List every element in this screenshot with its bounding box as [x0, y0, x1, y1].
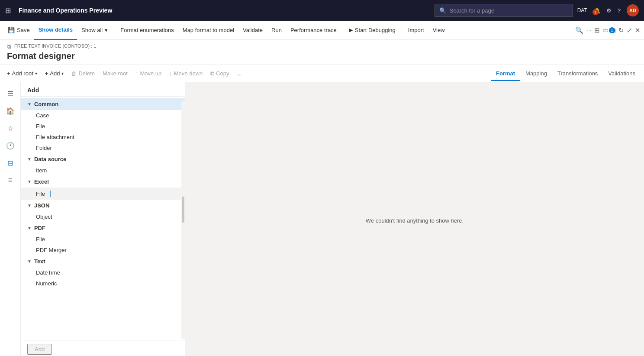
performance-trace-button[interactable]: Performance trace	[286, 21, 341, 40]
save-icon: 💾	[8, 27, 15, 33]
command-bar: 💾 Save Show details Show all ▾ Format en…	[0, 21, 644, 40]
group-text[interactable]: ▼ Text	[21, 256, 185, 267]
sidebar-menu-icon[interactable]: ☰	[3, 86, 18, 101]
scrollbar-track[interactable]	[181, 101, 185, 339]
item-file-common[interactable]: File	[21, 121, 185, 132]
notification-area: 🔔 1	[593, 7, 600, 14]
item-datasource-item[interactable]: Item	[21, 165, 185, 176]
sidebar-favorites-icon[interactable]: ☆	[3, 120, 18, 136]
add-button[interactable]: + Add ▾	[42, 67, 68, 81]
move-down-button[interactable]: ↓ Move down	[166, 67, 206, 81]
item-pdf-merger[interactable]: PDF Merger	[21, 245, 185, 256]
validate-button[interactable]: Validate	[238, 21, 267, 40]
show-details-button[interactable]: Show details	[34, 21, 77, 40]
item-pdf-file[interactable]: File	[21, 234, 185, 245]
add-footer-button[interactable]: Add	[27, 344, 52, 355]
plus-icon: +	[45, 70, 48, 77]
search-cmd-icon[interactable]: 🔍	[575, 26, 583, 34]
map-format-button[interactable]: Map format to model	[178, 21, 238, 40]
item-folder[interactable]: Folder	[21, 142, 185, 153]
play-icon: ▶	[349, 27, 353, 33]
run-button[interactable]: Run	[267, 21, 286, 40]
expand-icon[interactable]: ⤢	[627, 26, 632, 34]
group-pdf[interactable]: ▼ PDF	[21, 222, 185, 234]
right-icons: 🔍 ··· ⊞ ▭ ⧉ 1 ↻ ⤢ ✕	[575, 26, 641, 34]
delete-button[interactable]: 🗑 Delete	[68, 67, 98, 81]
app-title: Finance and Operations Preview	[19, 7, 430, 14]
tab-transformations[interactable]: Transformations	[552, 67, 603, 81]
group-json[interactable]: ▼ JSON	[21, 200, 185, 211]
more-cmd-icon[interactable]: ···	[586, 26, 592, 34]
chevron-root-icon: ▾	[35, 71, 37, 76]
scrollbar-thumb[interactable]	[182, 197, 184, 223]
trash-icon: 🗑	[71, 71, 77, 77]
toolbar: + Add root ▾ + Add ▾ 🗑 Delete Make root …	[0, 65, 644, 82]
sidebar-workspace-icon[interactable]: ⊟	[3, 155, 18, 171]
group-text-label: Text	[34, 258, 45, 265]
make-root-button[interactable]: Make root	[99, 67, 131, 81]
group-json-label: JSON	[34, 202, 49, 209]
group-common-label: Common	[34, 101, 58, 107]
group-datasource-label: Data source	[34, 156, 66, 162]
sidebar-home-icon[interactable]: 🏠	[3, 103, 18, 119]
count-badge: 1	[609, 27, 615, 33]
item-case[interactable]: Case	[21, 110, 185, 121]
panel-icon[interactable]: ▭	[602, 26, 609, 34]
save-button[interactable]: 💾 Save	[3, 21, 34, 40]
view-button[interactable]: View	[428, 21, 449, 40]
arrow-up-icon: ↑	[135, 70, 138, 77]
close-icon[interactable]: ✕	[635, 26, 641, 34]
item-excel-file[interactable]: File |	[21, 188, 185, 200]
search-bar[interactable]: 🔍 Search for a page	[435, 4, 573, 17]
dropdown-header: Add	[21, 82, 185, 97]
start-debugging-button[interactable]: ▶ Start Debugging	[345, 21, 400, 40]
format-enumerations-button[interactable]: Format enumerations	[116, 21, 178, 40]
group-common[interactable]: ▼ Common	[21, 98, 185, 110]
show-all-button[interactable]: Show all ▾	[77, 21, 112, 40]
more-button[interactable]: ...	[234, 67, 245, 81]
top-bar: ⊞ Finance and Operations Preview 🔍 Searc…	[0, 0, 644, 21]
breadcrumb: FREE TEXT INVOICE (CONTOSO) : 1	[14, 43, 96, 49]
settings-icon[interactable]: ⚙	[606, 7, 612, 14]
add-root-button[interactable]: + Add root ▾	[3, 67, 41, 81]
group-excel[interactable]: ▼ Excel	[21, 176, 185, 188]
notification-badge: 1	[592, 9, 599, 15]
avatar[interactable]: AD	[627, 4, 639, 16]
item-json-object[interactable]: Object	[21, 211, 185, 222]
tab-validations[interactable]: Validations	[603, 67, 641, 81]
search-placeholder: Search for a page	[450, 7, 494, 14]
group-excel-label: Excel	[34, 178, 49, 185]
page-title: Format designer	[7, 51, 637, 61]
move-up-button[interactable]: ↑ Move up	[132, 67, 165, 81]
chevron-down-icon: ▾	[105, 27, 108, 33]
sidebar-recent-icon[interactable]: 🕐	[3, 138, 18, 153]
import-button[interactable]: Import	[404, 21, 428, 40]
chevron-add-icon: ▾	[61, 71, 64, 76]
copy-button[interactable]: ⧉ Copy	[207, 67, 232, 81]
content-area: We couldn't find anything to show here.	[185, 82, 644, 356]
chevron-excel: ▼	[27, 179, 32, 184]
separator-2	[343, 26, 343, 35]
top-bar-right: DAT 🔔 1 ⚙ ? AD	[577, 4, 639, 16]
chevron-pdf: ▼	[27, 226, 32, 230]
filter-header-icon[interactable]: ⧉	[7, 43, 11, 50]
copy-icon: ⧉	[210, 70, 214, 77]
main-layout: ☰ 🏠 ☆ 🕐 ⊟ ≡ Add ▼ Common Case File File …	[0, 82, 644, 356]
dropdown-footer: Add	[21, 340, 185, 356]
item-numeric[interactable]: Numeric	[21, 278, 185, 289]
grid-icon[interactable]: ⊞	[5, 6, 11, 15]
grid-cmd-icon[interactable]: ⊞	[594, 26, 600, 34]
help-icon[interactable]: ?	[618, 7, 621, 14]
chevron-common: ▼	[27, 102, 32, 107]
refresh-icon[interactable]: ↻	[618, 26, 624, 34]
tab-mapping[interactable]: Mapping	[520, 67, 552, 81]
user-label: DAT	[577, 7, 587, 13]
tab-format[interactable]: Format	[491, 67, 520, 81]
tab-area: Format Mapping Transformations Validatio…	[491, 65, 641, 82]
item-file-attachment[interactable]: File attachment	[21, 132, 185, 142]
sidebar-list-icon[interactable]: ≡	[3, 172, 18, 188]
group-datasource[interactable]: ▼ Data source	[21, 153, 185, 165]
item-datetime[interactable]: DateTime	[21, 267, 185, 278]
separator-1	[114, 26, 114, 35]
search-icon: 🔍	[439, 7, 446, 14]
